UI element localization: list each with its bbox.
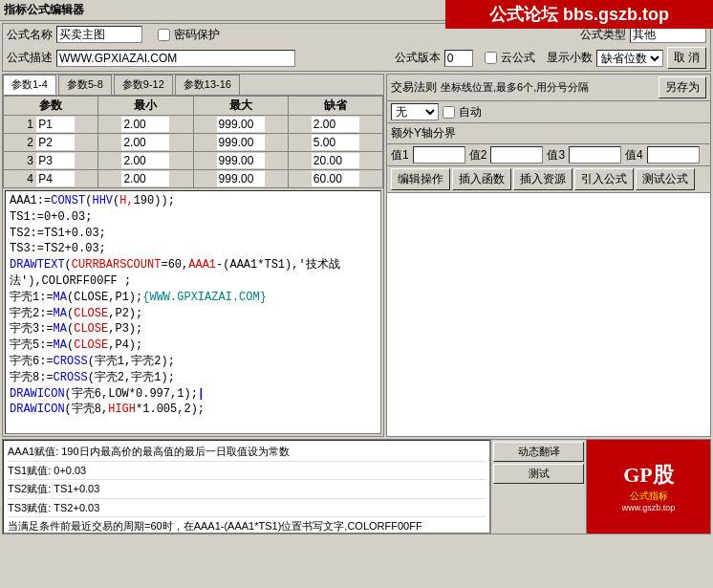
code-line: DRAWICON(宇壳6,LOW*0.997,1);|	[10, 386, 377, 403]
param-max[interactable]	[193, 152, 288, 170]
table-row: 3	[4, 152, 383, 170]
bottom-watermark: GP股 公式指标 www.gszb.top	[586, 440, 710, 534]
formula-name-input[interactable]	[56, 26, 142, 43]
middle-section: 参数1-4 参数5-8 参数9-12 参数13-16 参数 最小 最大 缺省 1	[2, 74, 711, 437]
param-min-input[interactable]	[121, 153, 169, 168]
val4-label: 值4	[625, 147, 643, 163]
extra-values-row: 值1 值2 值3 值4	[387, 144, 710, 166]
right-empty-area	[387, 193, 710, 436]
insert-resource-button[interactable]: 插入资源	[513, 168, 573, 190]
gp-watermark-url: www.gszb.top	[622, 503, 676, 512]
code-line: 宇壳3:=MA(CLOSE,P3);	[10, 321, 377, 338]
code-line: TS2:=TS1+0.03;	[10, 226, 377, 242]
param-tabs: 参数1-4 参数5-8 参数9-12 参数13-16	[3, 75, 383, 96]
save-as-button[interactable]: 另存为	[659, 76, 706, 98]
val3-input[interactable]	[569, 146, 621, 163]
param-default[interactable]	[288, 170, 382, 188]
param-max-input[interactable]	[217, 153, 265, 168]
param-max[interactable]	[193, 170, 288, 188]
table-row: 2	[4, 134, 383, 152]
code-line: TS3:=TS2+0.03;	[10, 241, 377, 257]
col-default: 缺省	[288, 97, 382, 116]
extra-y-label: 额外Y轴分界	[391, 125, 456, 142]
auto-checkbox[interactable]	[443, 106, 455, 119]
code-line: 宇壳1:=MA(CLOSE,P1);{WWW.GPXIAZAI.COM}	[10, 290, 377, 306]
code-line: AAA1:=CONST(HHV(H,190));	[10, 193, 377, 209]
side-buttons: 动态翻译 测试	[490, 440, 586, 534]
param-name-input[interactable]	[36, 135, 75, 150]
val1-input[interactable]	[413, 146, 465, 163]
param-default[interactable]	[288, 116, 382, 134]
row-formula-desc: 公式描述 公式版本 云公式 显示小数 缺省位数 取 消	[3, 45, 710, 71]
param-min-input[interactable]	[121, 171, 169, 186]
param-name-input[interactable]	[36, 117, 75, 132]
param-min-input[interactable]	[121, 117, 169, 132]
param-id: 1	[4, 116, 98, 134]
test-side-button[interactable]: 测试	[493, 464, 584, 484]
display-decimal-label: 显示小数	[547, 50, 593, 66]
dynamic-translate-button[interactable]: 动态翻译	[493, 442, 584, 462]
param-min-input[interactable]	[121, 135, 169, 150]
param-id: 3	[4, 152, 98, 170]
param-max-input[interactable]	[217, 171, 265, 186]
param-id: 4	[4, 170, 98, 188]
code-editor[interactable]: AAA1:=CONST(HHV(H,190));TS1:=0+0.03;TS2:…	[5, 190, 381, 434]
tab-params-9-12[interactable]: 参数9-12	[114, 75, 173, 95]
insert-func-button[interactable]: 插入函数	[452, 168, 511, 190]
formula-version-input[interactable]	[444, 50, 473, 67]
coord-label: 坐标线位置,最多6个,用分号分隔	[441, 80, 589, 95]
param-min[interactable]	[98, 134, 193, 152]
param-default-input[interactable]	[312, 153, 359, 168]
tab-params-5-8[interactable]: 参数5-8	[58, 75, 112, 95]
code-line: 宇壳5:=MA(CLOSE,P4);	[10, 338, 377, 354]
bottom-section: AAA1赋值: 190日内最高价的最高值的最后一日取值设为常数TS1赋值: 0+…	[2, 439, 711, 534]
param-max-input[interactable]	[217, 117, 265, 132]
formula-name-label: 公式名称	[7, 27, 53, 43]
param-default[interactable]	[288, 134, 382, 152]
cloud-checkbox[interactable]	[485, 52, 497, 64]
val2-input[interactable]	[490, 146, 543, 163]
edit-button[interactable]: 编辑操作	[391, 168, 450, 190]
param-max[interactable]	[193, 116, 288, 134]
param-default[interactable]	[288, 152, 382, 170]
code-line: TS1:=0+0.03;	[10, 209, 377, 226]
tab-params-1-4[interactable]: 参数1-4	[3, 75, 56, 95]
param-name-input[interactable]	[36, 171, 75, 186]
password-checkbox[interactable]	[158, 29, 170, 41]
code-line: 宇壳6:=CROSS(宇壳1,宇壳2);	[10, 354, 377, 370]
decimal-select[interactable]: 缺省位数	[596, 50, 663, 67]
gp-watermark-subtitle: 公式指标	[630, 490, 668, 503]
param-default-input[interactable]	[312, 135, 359, 150]
trade-rule-label: 交易法则	[391, 79, 437, 96]
formula-desc-label: 公式描述	[7, 50, 53, 66]
table-row: 4	[4, 170, 383, 188]
action-buttons-row: 编辑操作 插入函数 插入资源 引入公式 测试公式	[387, 166, 710, 193]
code-line: 宇壳8:=CROSS(宇壳2,宇壳1);	[10, 370, 377, 386]
cancel-button[interactable]: 取 消	[667, 47, 706, 69]
val1-label: 值1	[391, 147, 409, 163]
val4-input[interactable]	[647, 146, 700, 163]
trade-value-row: 无 自动	[387, 101, 710, 123]
param-default-input[interactable]	[312, 171, 359, 186]
main-window: 指标公式编辑器 公式论坛 bbs.gszb.top 公式名称 密码保护 公式类型…	[0, 0, 713, 588]
param-min[interactable]	[98, 116, 193, 134]
col-min: 最小	[98, 97, 193, 116]
param-name-input[interactable]	[36, 153, 75, 168]
test-formula-button[interactable]: 测试公式	[636, 168, 695, 190]
cloud-label: 云公式	[501, 50, 535, 66]
param-max[interactable]	[193, 134, 288, 152]
param-default-input[interactable]	[312, 117, 359, 132]
param-max-input[interactable]	[217, 135, 265, 150]
gp-brand-icon: GP股	[623, 461, 674, 490]
param-min[interactable]	[98, 152, 193, 170]
tab-params-13-16[interactable]: 参数13-16	[175, 75, 240, 95]
desc-line: TS2赋值: TS1+0.03	[8, 480, 486, 499]
formula-desc-input[interactable]	[56, 50, 295, 67]
col-max: 最大	[193, 97, 288, 116]
params-table: 参数 最小 最大 缺省 1 2 3 4	[3, 96, 383, 188]
code-line: 宇壳2:=MA(CLOSE,P2);	[10, 306, 377, 322]
param-min[interactable]	[98, 170, 193, 188]
import-formula-button[interactable]: 引入公式	[574, 168, 634, 190]
trade-select[interactable]: 无	[391, 103, 439, 120]
top-form: 公式名称 密码保护 公式类型 公式描述 公式版本 云公式 显示小数 缺省位数 取…	[2, 23, 711, 72]
